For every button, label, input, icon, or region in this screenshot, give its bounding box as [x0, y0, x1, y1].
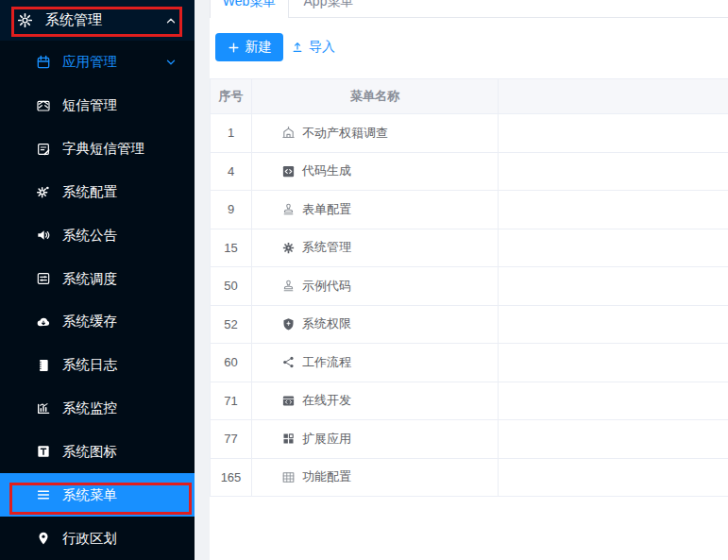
sidebar-item[interactable]: 系统监控 [0, 387, 195, 431]
plus-icon [228, 42, 240, 54]
row-menu-name: 表单配置 [302, 201, 351, 218]
sidebar-item[interactable]: 系统菜单 [0, 473, 195, 517]
chevron-down-icon[interactable] [164, 56, 178, 69]
table-header-row: 序号 菜单名称 [211, 79, 728, 114]
new-button[interactable]: 新建 [215, 33, 283, 61]
tab-bar: Web菜单 App菜单 [210, 0, 728, 18]
expand-row-icon[interactable] [263, 433, 275, 445]
sidebar-item[interactable]: 系统图标 [0, 430, 195, 473]
row-seq: 4 [211, 152, 252, 191]
sidebar-item[interactable]: 短信管理 [0, 84, 195, 127]
expand-row-icon[interactable] [263, 204, 275, 215]
expand-row-icon[interactable] [263, 280, 275, 292]
import-link-label: 导入 [309, 39, 335, 56]
new-button-label: 新建 [245, 39, 272, 56]
browser-code-icon [281, 394, 296, 408]
sliders-icon [36, 271, 51, 286]
table-row[interactable]: 60 工作流程 [211, 344, 728, 382]
sidebar-item[interactable]: 系统配置 [0, 170, 195, 213]
column-header-menu-name: 菜单名称 [252, 79, 499, 114]
share-nodes-icon [281, 355, 296, 369]
code-square-icon [281, 164, 296, 178]
table-row[interactable]: 77 扩展应用 [211, 420, 728, 459]
row-menu-name: 扩展应用 [302, 431, 351, 448]
table-row[interactable]: 71 在线开发 [211, 382, 728, 420]
sidebar-item[interactable]: 系统缓存 [0, 300, 195, 344]
upload-icon [291, 41, 304, 54]
table-row[interactable]: 50 示例代码 [211, 267, 728, 306]
import-link[interactable]: 导入 [291, 39, 335, 56]
table-row[interactable]: 165 功能配置 [211, 458, 728, 497]
row-extra-cell [499, 114, 728, 153]
sidebar-menu: 应用管理 短信管理 字典短信管理 系统配置 系统公告 系统调度 系统缓存 系统日… [0, 41, 195, 560]
tab-web-menu[interactable]: Web菜单 [210, 0, 289, 18]
calendar-icon [36, 55, 51, 70]
sidebar-item[interactable]: 应用管理 [0, 41, 195, 84]
page-gutter [195, 0, 210, 560]
expand-row-icon[interactable] [263, 395, 275, 406]
row-seq: 52 [211, 305, 252, 344]
shield-icon [281, 317, 296, 331]
sidebar-item[interactable]: 行政区划 [0, 517, 195, 560]
row-seq: 165 [211, 458, 252, 497]
sidebar: 系统管理 应用管理 短信管理 字典短信管理 系统配置 系统公告 系统调度 系统缓… [0, 0, 195, 560]
mail-icon [36, 98, 51, 113]
row-seq: 50 [211, 267, 252, 306]
sidebar-root-label: 系统管理 [45, 11, 102, 29]
row-extra-cell [499, 152, 728, 191]
menu-icon [36, 487, 51, 502]
row-menu-name: 系统权限 [302, 315, 351, 332]
row-seq: 60 [211, 344, 252, 382]
sidebar-item[interactable]: 字典短信管理 [0, 127, 195, 171]
row-extra-cell [499, 191, 728, 229]
column-header-extra [499, 79, 728, 114]
expand-row-icon[interactable] [263, 318, 275, 330]
sidebar-item[interactable]: 系统调度 [0, 257, 195, 300]
expand-row-icon[interactable] [263, 165, 275, 177]
table-row[interactable]: 4 代码生成 [211, 152, 728, 191]
grid-squares-icon [281, 432, 296, 446]
sidebar-item-system-management[interactable]: 系统管理 [0, 0, 195, 41]
gear-icon [17, 12, 33, 28]
row-extra-cell [499, 229, 728, 267]
row-menu-name: 代码生成 [302, 162, 351, 179]
row-extra-cell [499, 267, 728, 306]
gear-solid-icon [281, 241, 296, 255]
text-badge-icon [36, 444, 51, 459]
row-extra-cell [499, 305, 728, 344]
column-header-seq: 序号 [211, 79, 252, 114]
table-grid-icon [281, 470, 296, 484]
row-menu-name: 示例代码 [302, 278, 351, 295]
cloud-download-icon [36, 314, 51, 330]
speaker-icon [36, 228, 51, 243]
row-seq: 15 [211, 229, 252, 267]
expand-row-icon[interactable] [263, 471, 275, 483]
building-icon [281, 126, 296, 140]
toolbar: 新建 导入 [215, 33, 728, 61]
table-row[interactable]: 15 系统管理 [211, 229, 728, 267]
sidebar-item[interactable]: 系统日志 [0, 344, 195, 387]
row-extra-cell [499, 420, 728, 459]
row-extra-cell [499, 458, 728, 497]
sidebar-item[interactable]: 系统公告 [0, 213, 195, 257]
gears-icon [36, 184, 51, 199]
table-row[interactable]: 9 表单配置 [211, 191, 728, 229]
row-menu-name: 工作流程 [302, 354, 351, 371]
row-seq: 9 [211, 191, 252, 229]
main-content: Web菜单 App菜单 新建 导入 序号 菜单名称 1 [210, 0, 728, 560]
expand-row-icon[interactable] [263, 357, 275, 368]
journal-icon [36, 358, 51, 373]
expand-row-icon[interactable] [263, 242, 275, 253]
tab-app-menu[interactable]: App菜单 [289, 0, 368, 17]
monitor-chart-icon [36, 401, 51, 416]
menu-table: 序号 菜单名称 1 不动产权籍调查 4 代码生成 9 [210, 78, 728, 497]
expand-row-icon[interactable] [263, 127, 275, 139]
row-extra-cell [499, 382, 728, 420]
chevron-up-icon[interactable] [164, 14, 178, 27]
table-row[interactable]: 52 系统权限 [211, 305, 728, 344]
row-menu-name: 在线开发 [302, 392, 351, 409]
table-row[interactable]: 1 不动产权籍调查 [211, 114, 728, 153]
row-menu-name: 不动产权籍调查 [302, 125, 388, 142]
row-seq: 1 [211, 114, 252, 153]
row-extra-cell [499, 344, 728, 382]
